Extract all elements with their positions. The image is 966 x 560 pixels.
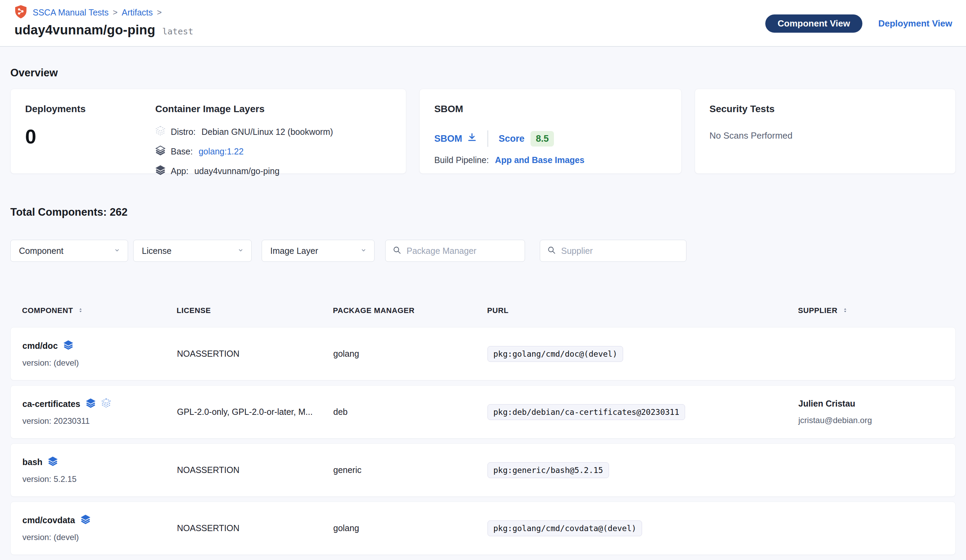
sbom-score-badge: 8.5	[531, 131, 554, 147]
component-name: ca-certificates	[22, 399, 80, 409]
total-components-heading: Total Components: 262	[10, 206, 956, 218]
component-name: cmd/covdata	[22, 515, 75, 525]
deployments-layers-card: Deployments 0 Container Image Layers	[10, 89, 406, 174]
component-view-button[interactable]: Component View	[765, 15, 863, 33]
chevron-down-icon	[237, 246, 245, 256]
table-row[interactable]: cmd/covdata version: (devel) NOASSERTION…	[10, 501, 956, 555]
deployment-view-link[interactable]: Deployment View	[878, 18, 952, 29]
package-manager-cell: golang	[333, 349, 488, 359]
app-value: uday4vunnam/go-ping	[194, 166, 279, 176]
component-filter-select[interactable]: Component	[10, 240, 128, 262]
table-row[interactable]: cmd/doc version: (devel) NOASSERTION gol…	[10, 327, 956, 380]
table-row[interactable]: ca-certificates version: 20230311 GPL-2.…	[10, 385, 956, 439]
component-name: cmd/doc	[22, 341, 58, 351]
sbom-heading: SBOM	[434, 103, 667, 115]
base-label: Base:	[171, 147, 193, 157]
package-manager-cell: golang	[333, 523, 488, 533]
chevron-down-icon	[113, 246, 121, 256]
license-column-header: LICENSE	[177, 306, 333, 315]
table-row[interactable]: bash version: 5.2.15 NOASSERTION generic…	[10, 444, 956, 497]
app-layers-icon	[155, 165, 166, 177]
app-layer-item: App: uday4vunnam/go-ping	[155, 165, 392, 177]
base-image-link[interactable]: golang:1.22	[199, 147, 244, 157]
top-bar: SSCA Manual Tests > Artifacts > uday4vun…	[0, 0, 966, 47]
license-filter-select[interactable]: License	[133, 240, 251, 262]
component-column-header[interactable]: COMPONENT	[22, 306, 177, 315]
security-tests-heading: Security Tests	[710, 103, 941, 115]
build-pipeline-link[interactable]: App and Base Images	[495, 155, 585, 165]
purl-column-header: PURL	[487, 306, 798, 315]
sbom-score-label[interactable]: Score	[498, 133, 524, 144]
chevron-down-icon	[360, 246, 367, 256]
page-title: uday4vunnam/go-ping	[15, 23, 155, 38]
no-scans-text: No Scans Performed	[710, 130, 941, 141]
security-tests-card: Security Tests No Scans Performed	[695, 89, 956, 174]
search-icon	[547, 246, 556, 256]
sbom-card: SBOM SBOM Score 8.5 Build Pipeline: App …	[419, 89, 681, 174]
breadcrumb-separator: >	[157, 8, 162, 17]
deployments-count: 0	[25, 125, 155, 148]
image-layer-filter-label: Image Layer	[270, 246, 318, 256]
distro-layers-icon	[155, 126, 166, 138]
package-manager-search[interactable]	[385, 240, 525, 262]
component-name: bash	[22, 457, 42, 467]
sort-icon[interactable]	[78, 306, 83, 315]
app-layer-icon	[48, 456, 58, 468]
download-icon[interactable]	[467, 133, 477, 145]
package-manager-column-header: PACKAGE MANAGER	[333, 306, 487, 315]
overview-heading: Overview	[10, 67, 956, 79]
supplier-search[interactable]	[540, 240, 687, 262]
component-version: version: 5.2.15	[22, 474, 177, 484]
build-pipeline-label: Build Pipeline:	[434, 155, 488, 165]
sort-icon[interactable]	[843, 306, 848, 315]
purl-badge[interactable]: pkg:golang/cmd/covdata@(devel)	[488, 521, 642, 536]
component-version: version: 20230311	[22, 416, 177, 426]
purl-badge[interactable]: pkg:generic/bash@5.2.15	[488, 462, 609, 478]
component-filter-label: Component	[19, 246, 63, 256]
filter-bar: Component License Image Layer	[10, 240, 956, 262]
search-icon	[393, 246, 402, 256]
components-table: cmd/doc version: (devel) NOASSERTION gol…	[10, 327, 956, 555]
component-version: version: (devel)	[22, 358, 177, 368]
sbom-download-link[interactable]: SBOM	[434, 133, 477, 145]
deployments-label: Deployments	[25, 103, 155, 115]
image-layer-filter-select[interactable]: Image Layer	[262, 240, 375, 262]
distro-value: Debian GNU/Linux 12 (bookworm)	[201, 127, 333, 137]
component-version: version: (devel)	[22, 532, 177, 542]
vertical-divider	[488, 130, 488, 147]
breadcrumb: SSCA Manual Tests > Artifacts >	[15, 5, 193, 20]
package-manager-cell: deb	[333, 407, 488, 417]
package-manager-cell: generic	[333, 465, 488, 475]
supplier-email: jcristau@debian.org	[798, 416, 955, 425]
base-layer-item: Base: golang:1.22	[155, 145, 392, 157]
supplier-name: Julien Cristau	[798, 399, 955, 409]
purl-badge[interactable]: pkg:deb/debian/ca-certificates@20230311	[488, 404, 685, 420]
supplier-column-header[interactable]: SUPPLIER	[798, 306, 956, 315]
license-cell: NOASSERTION	[177, 465, 333, 475]
package-manager-search-input[interactable]	[407, 246, 518, 256]
container-layers-heading: Container Image Layers	[155, 103, 392, 115]
app-label: App:	[171, 166, 188, 176]
table-header-row: COMPONENT LICENSE PACKAGE MANAGER PURL S…	[10, 303, 956, 318]
base-layers-icon	[155, 145, 166, 157]
breadcrumb-separator: >	[113, 8, 117, 17]
harness-shield-logo-icon	[15, 5, 29, 20]
artifact-tag: latest	[162, 26, 193, 36]
distro-label: Distro:	[171, 127, 196, 137]
license-cell: NOASSERTION	[177, 523, 333, 533]
main-content: Overview Deployments 0 Container Image L…	[0, 67, 966, 555]
app-layer-icon	[63, 340, 73, 352]
license-cell: NOASSERTION	[177, 349, 333, 359]
breadcrumb-project-link[interactable]: SSCA Manual Tests	[33, 8, 108, 18]
base-layer-outline-icon	[101, 398, 111, 410]
supplier-search-input[interactable]	[561, 246, 679, 256]
breadcrumb-artifacts-link[interactable]: Artifacts	[122, 8, 153, 18]
license-filter-label: License	[142, 246, 171, 256]
distro-layer-item: Distro: Debian GNU/Linux 12 (bookworm)	[155, 126, 392, 138]
purl-badge[interactable]: pkg:golang/cmd/doc@(devel)	[488, 346, 623, 362]
app-layer-icon	[80, 514, 90, 526]
app-layer-icon	[86, 398, 96, 410]
license-cell: GPL-2.0-only, GPL-2.0-or-later, M...	[177, 407, 333, 417]
